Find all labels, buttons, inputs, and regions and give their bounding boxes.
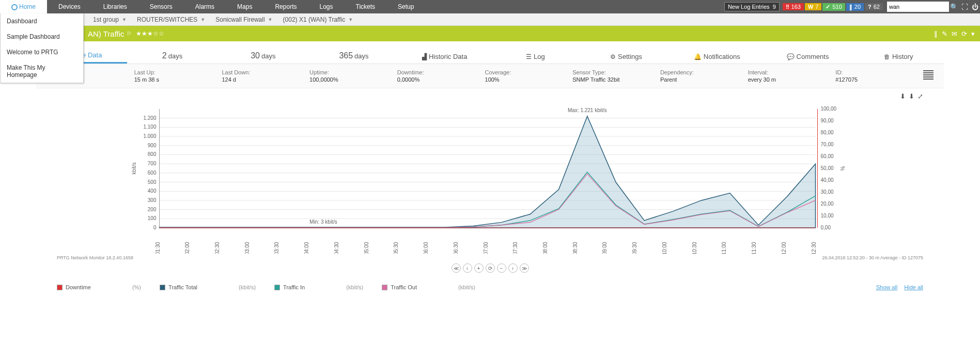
title-bar: AN) Traffic ⚐ ★★★☆☆ ‖ ✎ ✉ ⟳ ▾	[0, 26, 980, 41]
nav-tickets[interactable]: Tickets	[345, 0, 387, 13]
tab-30-days[interactable]: 30days	[217, 51, 308, 64]
crumb-router[interactable]: ROUTER/SWITCHES▼	[132, 16, 210, 23]
tab-log[interactable]: ☰Log	[490, 53, 581, 64]
nav-last[interactable]: ≫	[520, 263, 529, 273]
menu-dashboard[interactable]: Dashboard	[1, 13, 83, 29]
svg-text:01:30: 01:30	[155, 242, 161, 254]
tab-history[interactable]: 🗑History	[853, 53, 944, 64]
mail-icon[interactable]: ✉	[952, 30, 957, 38]
status-paused[interactable]: ‖20	[846, 3, 864, 11]
crumb-sensor[interactable]: (002) X1 (WAN) Traffic▼	[278, 16, 359, 23]
list-icon: ☰	[526, 53, 532, 60]
nav-devices[interactable]: Devices	[47, 0, 92, 13]
nav-alarms[interactable]: Alarms	[184, 0, 226, 13]
search-input[interactable]	[887, 2, 949, 12]
nav-libraries[interactable]: Libraries	[92, 0, 138, 13]
nav-zoom-in[interactable]: +	[474, 263, 484, 273]
tab-settings[interactable]: ⚙Settings	[581, 53, 672, 64]
refresh-icon[interactable]: ⟳	[961, 30, 967, 38]
search-icon[interactable]: 🔍	[949, 3, 959, 11]
chevron-down-icon: ▼	[348, 17, 353, 22]
tabs-row: ((•))Live Data 2days 30days 365days ▟His…	[36, 45, 944, 64]
home-dropdown: Dashboard Sample Dashboard Welcome to PR…	[0, 13, 84, 83]
legend-traffic-total[interactable]: Traffic Total(kbit/s)	[160, 284, 256, 290]
stat-uptime: Uptime:100,0000%	[309, 69, 397, 83]
top-nav: Home Devices Libraries Sensors Alarms Ma…	[0, 0, 980, 13]
tab-365-days[interactable]: 365days	[308, 51, 399, 64]
legend-traffic-out[interactable]: Traffic Out(kbit/s)	[382, 284, 475, 290]
gear-icon: ⚙	[610, 53, 616, 60]
svg-text:1.200: 1.200	[143, 115, 156, 121]
svg-text:06:00: 06:00	[423, 242, 429, 254]
new-log-entries[interactable]: New Log Entries 9	[724, 2, 780, 11]
status-up[interactable]: ✓510	[822, 3, 845, 11]
tab-notifications[interactable]: 🔔Notifications	[672, 53, 763, 64]
svg-text:0,00: 0,00	[821, 225, 831, 230]
status-down[interactable]: ‼163	[783, 3, 804, 10]
legend-hide-all[interactable]: Hide all	[904, 284, 923, 290]
crumb-device[interactable]: Sonicwall Firewall▼	[210, 16, 277, 23]
legend-show-all[interactable]: Show all	[876, 284, 898, 290]
edit-icon[interactable]: ✎	[942, 30, 947, 38]
power-icon[interactable]: ⏻	[970, 3, 980, 11]
stat-id: ID:#127075	[835, 69, 923, 83]
chart-legend: Downtime(%) Traffic Total(kbit/s) Traffi…	[36, 278, 944, 297]
nav-first[interactable]: ≪	[452, 263, 461, 273]
nav-logs[interactable]: Logs	[308, 0, 344, 13]
svg-text:400: 400	[148, 188, 157, 194]
menu-make-homepage[interactable]: Make This My Homepage	[1, 60, 83, 83]
nav-reports[interactable]: Reports	[263, 0, 308, 13]
line-chart: 01002003004005006007008009001.0001.1001.…	[57, 104, 923, 254]
legend-downtime[interactable]: Downtime(%)	[57, 284, 141, 290]
priority-stars[interactable]: ★★★☆☆	[136, 30, 164, 37]
svg-text:30,00: 30,00	[821, 189, 834, 195]
comment-icon: 💬	[787, 53, 795, 60]
menu-sample-dashboard[interactable]: Sample Dashboard	[1, 29, 83, 44]
svg-text:90,00: 90,00	[821, 118, 834, 123]
fullscreen-icon[interactable]: ⛶	[959, 3, 970, 11]
nav-maps[interactable]: Maps	[226, 0, 263, 13]
svg-text:800: 800	[148, 151, 157, 157]
nav-sensors[interactable]: Sensors	[138, 0, 184, 13]
svg-text:700: 700	[148, 161, 157, 166]
nav-prev[interactable]: ‹	[463, 263, 472, 273]
stat-downtime: Downtime:0,0000%	[397, 69, 485, 83]
expand-icon[interactable]: ⤢	[917, 92, 923, 100]
stat-interval: Interval:every 30 m	[748, 69, 836, 83]
svg-text:80,00: 80,00	[821, 130, 834, 135]
nav-zoom-out[interactable]: −	[497, 263, 506, 273]
tab-comments[interactable]: 💬Comments	[763, 53, 853, 64]
chart-container: ⬇ ⬇ ⤢ 01002003004005006007008009001.0001…	[36, 88, 944, 278]
pause-icon[interactable]: ‖	[934, 30, 938, 38]
status-unknown[interactable]: ?62	[865, 3, 883, 10]
svg-text:04:00: 04:00	[304, 242, 309, 254]
nav-home[interactable]: Home	[0, 0, 47, 13]
stat-coverage: Coverage:100%	[485, 69, 573, 83]
svg-text:0: 0	[153, 225, 157, 230]
nav-next[interactable]: ›	[508, 263, 518, 273]
tab-historic-data[interactable]: ▟Historic Data	[399, 53, 490, 64]
svg-text:1.000: 1.000	[143, 133, 156, 139]
svg-text:10,00: 10,00	[821, 213, 834, 219]
tab-2-days[interactable]: 2days	[127, 51, 218, 64]
svg-text:100,00: 100,00	[821, 106, 837, 112]
menu-welcome[interactable]: Welcome to PRTG	[1, 44, 83, 60]
svg-text:40,00: 40,00	[821, 177, 834, 183]
svg-text:100: 100	[148, 215, 157, 221]
nav-reset[interactable]: ⟳	[486, 263, 495, 273]
crumb-group[interactable]: 1st group▼	[88, 16, 132, 23]
svg-text:70,00: 70,00	[821, 142, 834, 147]
breadcrumb: 1st group▼ ROUTER/SWITCHES▼ Sonicwall Fi…	[0, 13, 980, 26]
legend-traffic-in[interactable]: Traffic In(kbit/s)	[274, 284, 363, 290]
qr-icon[interactable]	[923, 69, 934, 80]
chevron-down-icon[interactable]: ▾	[971, 30, 975, 38]
svg-text:08:00: 08:00	[542, 242, 548, 254]
nav-setup[interactable]: Setup	[386, 0, 425, 13]
flag-icon[interactable]: ⚐	[127, 30, 132, 37]
status-warning[interactable]: W7	[805, 3, 822, 10]
download-alt-icon[interactable]: ⬇	[909, 92, 914, 100]
svg-text:10:00: 10:00	[662, 242, 667, 254]
svg-text:10:30: 10:30	[692, 242, 697, 254]
download-icon[interactable]: ⬇	[900, 92, 906, 100]
svg-text:%: %	[840, 166, 846, 170]
